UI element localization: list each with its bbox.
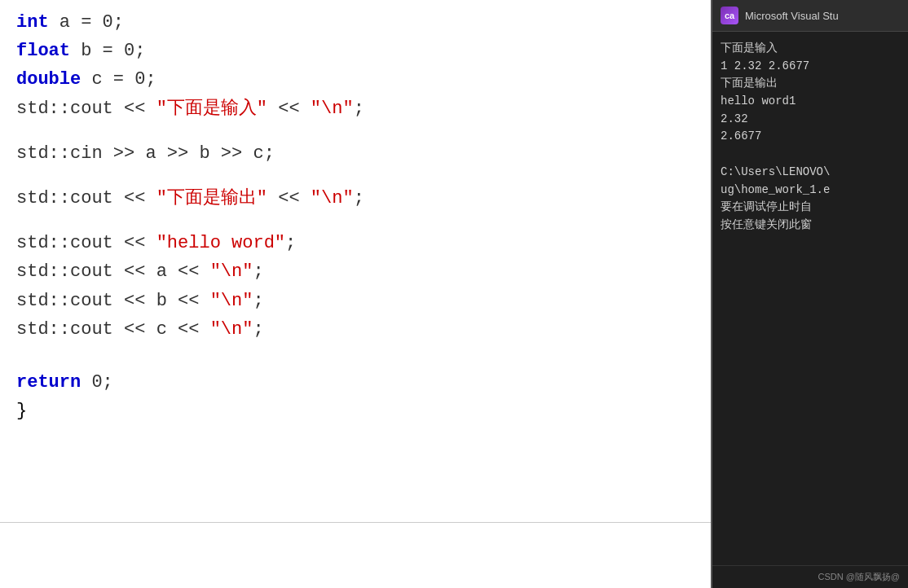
terminal-title: Microsoft Visual Stu	[745, 10, 839, 22]
terminal-line: C:\Users\LENOVO\	[721, 164, 900, 182]
code-line: std::cout << b << "\n";	[16, 287, 694, 315]
terminal-line: 下面是输出	[721, 75, 900, 93]
footer-text: CSDN @随风飘扬@	[818, 572, 900, 581]
code-line	[16, 123, 694, 139]
terminal-header: ca Microsoft Visual Stu	[712, 0, 908, 32]
code-line: std::cout << "hello word";	[16, 229, 694, 257]
terminal-line: 下面是输入	[721, 40, 900, 58]
brace-line: }	[16, 397, 694, 425]
code-line: std::cin >> a >> b >> c;	[16, 139, 694, 168]
return-line: return 0;	[16, 368, 694, 397]
terminal-footer: CSDN @随风飘扬@	[712, 565, 908, 588]
code-panel: int a = 0;float b = 0;double c = 0;std::…	[0, 0, 712, 588]
vs-icon: ca	[721, 7, 738, 24]
terminal-line: 1 2.32 2.6677	[721, 58, 900, 76]
code-line: std::cout << "下面是输入" << "\n";	[16, 94, 694, 123]
code-line: float b = 0;	[16, 37, 694, 65]
code-line	[16, 213, 694, 229]
code-line	[16, 168, 694, 184]
terminal-line: 2.32	[721, 111, 900, 129]
terminal-line: 按任意键关闭此窗	[721, 217, 900, 235]
terminal-panel: ca Microsoft Visual Stu 下面是输入1 2.32 2.66…	[712, 0, 908, 588]
terminal-line: 要在调试停止时自	[721, 199, 900, 217]
code-divider	[0, 522, 711, 523]
code-line: std::cout << a << "\n";	[16, 257, 694, 286]
code-line: std::cout << "下面是输出" << "\n";	[16, 184, 694, 213]
terminal-line	[721, 146, 900, 164]
code-line: double c = 0;	[16, 65, 694, 94]
terminal-line: 2.6677	[721, 128, 900, 146]
code-lines: int a = 0;float b = 0;double c = 0;std::…	[16, 8, 694, 344]
terminal-line: hello word1	[721, 93, 900, 111]
terminal-line: ug\home_work_1.e	[721, 182, 900, 200]
code-line: int a = 0;	[16, 8, 694, 37]
terminal-body: 下面是输入1 2.32 2.6677下面是输出hello word12.322.…	[712, 32, 908, 565]
code-line: std::cout << c << "\n";	[16, 315, 694, 344]
vs-icon-label: ca	[725, 11, 734, 20]
